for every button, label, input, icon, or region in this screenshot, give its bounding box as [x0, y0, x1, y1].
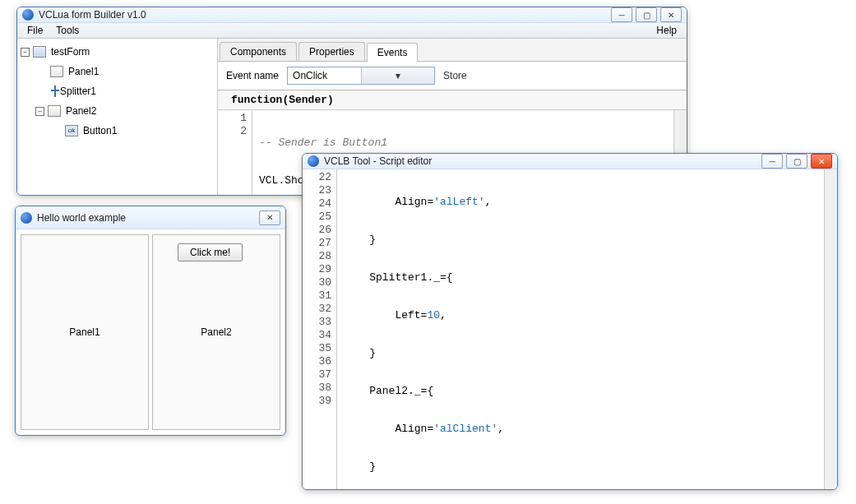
expand-icon[interactable]: − — [35, 107, 44, 116]
close-button[interactable]: ✕ — [259, 210, 280, 225]
hello-title: Hello world example — [37, 212, 259, 224]
menubar: File Tools Help — [17, 23, 687, 39]
script-editor-window: VCLB Tool - Script editor ─ ▢ ✕ 2223 242… — [302, 153, 838, 490]
minimize-button[interactable]: ─ — [761, 154, 783, 169]
hello-world-window: Hello world example ✕ Panel1 Panel2 Clic… — [15, 206, 286, 436]
maximize-button[interactable]: ▢ — [786, 154, 807, 169]
expand-icon[interactable]: − — [21, 48, 30, 57]
maximize-button[interactable]: ▢ — [636, 7, 657, 22]
script-code-editor[interactable]: 2223 2425 2627 2829 3031 3233 3435 3637 … — [303, 169, 837, 490]
component-tree[interactable]: − testForm Panel1 Splitter1 − Panel2 — [17, 39, 218, 196]
tab-components[interactable]: Components — [220, 42, 297, 61]
panel1-label: Panel1 — [69, 326, 99, 338]
tree-splitter1[interactable]: Splitter1 — [19, 81, 215, 101]
hello-body: Panel1 Panel2 Click me! — [16, 229, 285, 435]
tree-button1[interactable]: ok Button1 — [19, 121, 215, 141]
panel-icon — [50, 66, 63, 77]
app-icon — [21, 212, 32, 224]
splitter-icon — [50, 86, 60, 97]
editor-header: function(Sender) — [218, 90, 687, 110]
tab-properties[interactable]: Properties — [298, 42, 365, 61]
script-titlebar[interactable]: VCLB Tool - Script editor ─ ▢ ✕ — [303, 154, 837, 169]
tab-events[interactable]: Events — [367, 43, 419, 62]
events-toolbar: Event name OnClick ▾ Store — [218, 62, 687, 90]
tree-root[interactable]: − testForm — [19, 42, 215, 62]
tree-root-label: testForm — [51, 46, 90, 58]
script-title: VCLB Tool - Script editor — [324, 155, 761, 167]
close-button[interactable]: ✕ — [811, 154, 832, 169]
app-icon — [308, 155, 319, 167]
menu-file[interactable]: File — [21, 23, 49, 38]
store-button[interactable]: Store — [443, 70, 467, 81]
button-icon: ok — [65, 125, 78, 136]
main-gutter: 1 2 — [218, 110, 252, 196]
main-title: VCLua form Builder v1.0 — [39, 9, 611, 21]
chevron-down-icon[interactable]: ▾ — [361, 67, 435, 84]
menu-help[interactable]: Help — [650, 23, 683, 38]
main-titlebar[interactable]: VCLua form Builder v1.0 ─ ▢ ✕ — [17, 7, 687, 23]
event-name-label: Event name — [226, 70, 279, 81]
form-icon — [33, 46, 46, 58]
close-button[interactable]: ✕ — [660, 7, 682, 22]
tree-panel2[interactable]: − Panel2 — [19, 101, 215, 121]
panel2-label: Panel2 — [201, 326, 231, 338]
script-vertical-scrollbar[interactable] — [824, 169, 837, 490]
app-icon — [22, 9, 34, 21]
panel-icon — [48, 105, 61, 117]
panel1: Panel1 — [21, 234, 149, 430]
click-me-button[interactable]: Click me! — [178, 243, 243, 261]
tree-splitter1-label: Splitter1 — [60, 86, 96, 97]
menu-tools[interactable]: Tools — [49, 23, 86, 38]
tree-panel1[interactable]: Panel1 — [19, 62, 215, 81]
panel2: Panel2 Click me! — [152, 234, 280, 430]
hello-titlebar[interactable]: Hello world example ✕ — [16, 206, 285, 229]
script-code[interactable]: Align='alLeft', } Splitter1._={ Left=10,… — [337, 169, 824, 490]
event-selected-value: OnClick — [288, 70, 361, 81]
tabs: Components Properties Events — [218, 39, 687, 62]
script-gutter: 2223 2425 2627 2829 3031 3233 3435 3637 … — [303, 169, 337, 490]
tree-button1-label: Button1 — [83, 125, 117, 136]
tree-panel1-label: Panel1 — [68, 66, 99, 77]
event-name-select[interactable]: OnClick ▾ — [287, 67, 435, 85]
minimize-button[interactable]: ─ — [611, 7, 632, 22]
tree-panel2-label: Panel2 — [66, 105, 96, 117]
